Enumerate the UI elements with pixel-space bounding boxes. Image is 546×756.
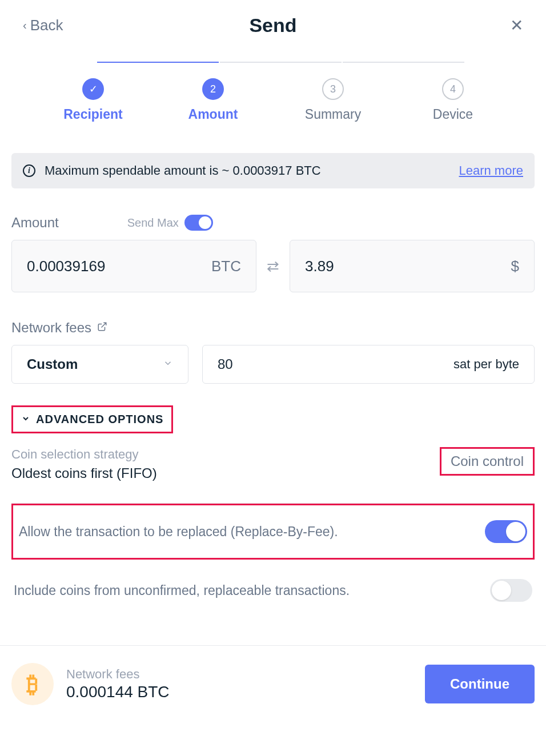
stepper: ✓ Recipient 2 Amount 3 Summary 4 Device [0,51,546,153]
step-recipient[interactable]: ✓ Recipient [45,78,142,122]
step-device: 4 Device [404,78,501,122]
amount-label: Amount [11,215,59,231]
crypto-amount-unit: BTC [211,258,241,275]
step-summary: 3 Summary [284,78,382,122]
step-connector [343,62,464,63]
unconfirmed-label: Include coins from unconfirmed, replacea… [14,583,350,598]
continue-button[interactable]: Continue [425,665,535,703]
rbf-label: Allow the transaction to be replaced (Re… [19,524,338,540]
step-label: Amount [188,107,238,122]
back-label: Back [30,17,63,34]
chevron-down-icon [163,358,173,371]
coin-control-button[interactable]: Coin control [440,447,535,476]
step-number: 4 [442,78,464,100]
external-link-icon[interactable] [97,321,107,335]
info-text: Maximum spendable amount is ~ 0.0003917 … [45,163,459,178]
learn-more-link[interactable]: Learn more [459,163,523,178]
coin-strategy-value: Oldest coins first (FIFO) [11,465,157,481]
page-title: Send [249,14,296,37]
step-connector [97,62,219,63]
step-label: Summary [305,107,361,122]
crypto-amount-input[interactable]: 0.00039169 BTC [11,240,256,292]
footer: ₿ Network fees 0.000144 BTC Continue [0,645,546,722]
chevron-down-icon [21,413,30,426]
unconfirmed-toggle[interactable] [490,579,532,602]
back-button[interactable]: ‹ Back [23,17,63,34]
fee-rate-unit: sat per byte [453,357,519,372]
info-icon: i [23,164,35,177]
chevron-left-icon: ‹ [23,19,27,32]
fee-strategy-value: Custom [27,356,78,372]
rbf-option-row: Allow the transaction to be replaced (Re… [11,504,535,560]
swap-icon[interactable]: ⇄ [267,258,279,275]
fee-rate-value: 80 [218,356,233,372]
send-max-toggle[interactable] [184,215,213,231]
unconfirmed-option-row: Include coins from unconfirmed, replacea… [11,563,535,618]
fee-rate-input[interactable]: 80 sat per byte [202,345,535,384]
advanced-options-label: ADVANCED OPTIONS [36,413,163,426]
fiat-amount-unit: $ [511,258,519,275]
coin-strategy-label: Coin selection strategy [11,447,157,462]
crypto-amount-value: 0.00039169 [27,258,105,275]
bitcoin-icon: ₿ [11,663,54,705]
modal-header: ‹ Back Send ✕ [0,0,546,51]
step-number: 2 [202,78,224,100]
footer-fee-value: 0.000144 BTC [66,683,170,701]
check-icon: ✓ [82,78,104,100]
advanced-options-toggle[interactable]: ADVANCED OPTIONS [11,405,173,433]
rbf-toggle[interactable] [485,520,527,543]
step-amount[interactable]: 2 Amount [164,78,262,122]
footer-fee-label: Network fees [66,667,170,682]
send-max-label: Send Max [127,216,179,230]
step-connector [220,62,342,63]
step-label: Device [433,107,473,122]
fiat-amount-input[interactable]: 3.89 $ [290,240,535,292]
fee-strategy-select[interactable]: Custom [11,345,188,384]
svg-line-0 [102,323,106,327]
fiat-amount-value: 3.89 [305,258,334,275]
close-icon: ✕ [510,17,523,34]
step-label: Recipient [63,107,123,122]
close-button[interactable]: ✕ [510,16,523,35]
info-banner: i Maximum spendable amount is ~ 0.000391… [11,153,535,188]
network-fees-label: Network fees [11,320,91,336]
step-number: 3 [322,78,344,100]
